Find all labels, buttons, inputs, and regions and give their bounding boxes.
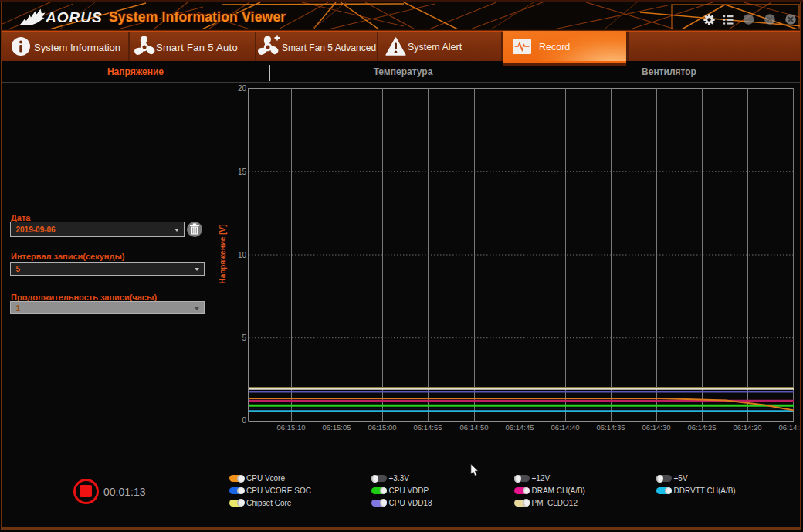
svg-text:15: 15 xyxy=(238,168,247,176)
svg-text:06:14:30: 06:14:30 xyxy=(642,423,671,432)
svg-text:20: 20 xyxy=(238,84,247,93)
svg-text:06:14:35: 06:14:35 xyxy=(597,423,625,432)
svg-text:10: 10 xyxy=(238,251,247,259)
svg-text:06:15:00: 06:15:00 xyxy=(368,423,397,432)
svg-text:06:15:10: 06:15:10 xyxy=(277,423,306,432)
svg-text:06:14:45: 06:14:45 xyxy=(506,423,534,432)
svg-text:06:14:25: 06:14:25 xyxy=(688,423,717,432)
svg-text:06:14:15: 06:14:15 xyxy=(779,423,801,432)
svg-text:0: 0 xyxy=(242,416,246,425)
svg-text:Напряжение [V]: Напряжение [V] xyxy=(219,224,227,283)
svg-text:5: 5 xyxy=(242,334,246,342)
svg-text:06:15:05: 06:15:05 xyxy=(323,423,351,432)
svg-text:06:14:40: 06:14:40 xyxy=(551,423,580,432)
svg-text:06:14:20: 06:14:20 xyxy=(734,423,762,432)
svg-text:06:14:50: 06:14:50 xyxy=(460,423,489,432)
svg-text:06:14:55: 06:14:55 xyxy=(414,423,442,432)
